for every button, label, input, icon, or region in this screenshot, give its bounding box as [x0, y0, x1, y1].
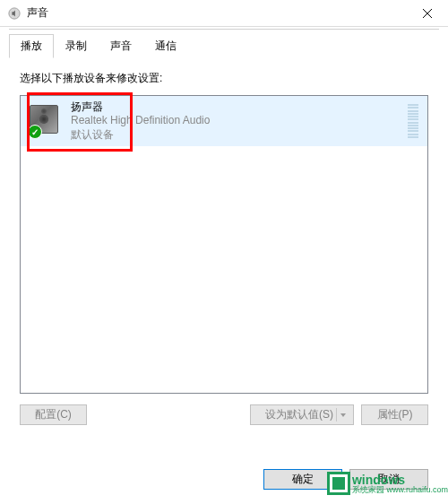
default-check-icon: ✓	[28, 125, 42, 139]
close-button[interactable]	[407, 0, 448, 27]
tab-underline	[9, 29, 439, 30]
device-status: 默认设备	[71, 128, 408, 143]
device-list[interactable]: ✓ 扬声器 Realtek High Definition Audio 默认设备	[20, 95, 428, 394]
level-meter	[408, 104, 418, 138]
device-icon-wrap: ✓	[30, 105, 62, 137]
window-title: 声音	[27, 5, 407, 21]
device-driver: Realtek High Definition Audio	[71, 114, 408, 128]
tab-communications[interactable]: 通信	[143, 34, 188, 58]
mid-button-row: 配置(C) 设为默认值(S) 属性(P)	[20, 404, 428, 425]
watermark-logo-icon	[327, 472, 350, 495]
watermark-main: windows	[352, 474, 448, 486]
device-info: 扬声器 Realtek High Definition Audio 默认设备	[71, 100, 408, 143]
device-item-speaker[interactable]: ✓ 扬声器 Realtek High Definition Audio 默认设备	[21, 96, 427, 146]
configure-button[interactable]: 配置(C)	[20, 404, 87, 425]
sound-icon	[7, 6, 22, 21]
watermark-sub: 系统家园 www.ruhaifu.com	[352, 486, 448, 494]
tab-recording[interactable]: 录制	[54, 34, 99, 58]
set-default-button[interactable]: 设为默认值(S)	[250, 404, 354, 425]
watermark: windows 系统家园 www.ruhaifu.com	[327, 472, 448, 495]
device-name: 扬声器	[71, 100, 408, 115]
properties-button[interactable]: 属性(P)	[361, 404, 428, 425]
titlebar: 声音	[0, 0, 448, 27]
tab-sounds[interactable]: 声音	[99, 34, 143, 58]
tab-playback[interactable]: 播放	[9, 34, 54, 58]
instruction-text: 选择以下播放设备来修改设置:	[20, 71, 428, 86]
content-area: 选择以下播放设备来修改设置: ✓ 扬声器 Realtek High Defini…	[0, 58, 448, 436]
tab-bar: 播放 录制 声音 通信	[0, 27, 448, 58]
